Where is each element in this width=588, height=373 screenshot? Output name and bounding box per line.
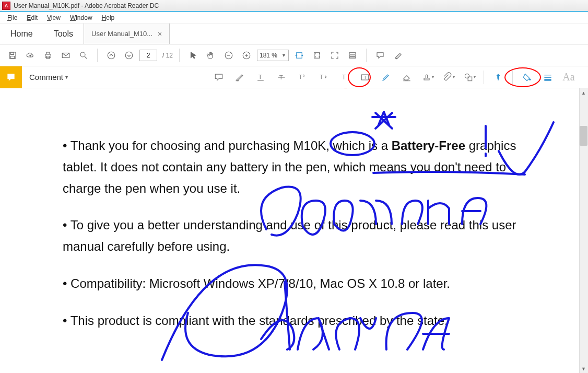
paragraph-4: • This product is compliant with the sta… — [63, 310, 525, 332]
text-format-icon[interactable]: Aa — [559, 69, 579, 85]
svg-rect-18 — [349, 52, 356, 54]
paragraph-1: • Thank you for choosing and purchasing … — [63, 135, 525, 199]
paragraph-2: • To give you a better understanding and… — [63, 215, 525, 258]
main-toolbar: / 12 181 % ▼ — [0, 44, 588, 66]
comment-dropdown[interactable]: Comment ▾ — [22, 73, 75, 81]
strikethrough-tool-icon[interactable]: T — [272, 69, 291, 85]
highlight-icon[interactable] — [391, 48, 405, 63]
svg-point-35 — [465, 74, 469, 78]
svg-text:T: T — [342, 74, 346, 81]
separator — [97, 49, 98, 62]
svg-point-9 — [108, 52, 115, 59]
read-mode-icon[interactable] — [345, 48, 360, 63]
tab-home[interactable]: Home — [0, 24, 43, 44]
page-total-label: / 12 — [162, 52, 173, 59]
svg-point-10 — [125, 52, 133, 59]
fill-color-icon[interactable] — [517, 69, 537, 85]
document-page: • Thank you for choosing and purchasing … — [0, 88, 588, 332]
eraser-icon[interactable] — [397, 69, 417, 85]
menu-view[interactable]: View — [43, 13, 65, 22]
email-icon[interactable] — [58, 48, 73, 63]
svg-rect-4 — [46, 52, 50, 54]
svg-line-8 — [85, 56, 87, 59]
svg-text:T: T — [299, 74, 302, 80]
comment-icon[interactable] — [373, 48, 387, 63]
insert-text-icon[interactable]: T — [313, 69, 333, 85]
cloud-icon[interactable] — [23, 48, 38, 63]
add-text-icon[interactable]: T — [334, 69, 354, 85]
scroll-down-icon[interactable]: ▼ — [580, 364, 587, 373]
pointer-icon[interactable] — [186, 48, 201, 63]
line-thickness-icon[interactable] — [538, 69, 558, 85]
svg-rect-3 — [45, 54, 51, 57]
app-icon: A — [2, 2, 10, 10]
pin-icon[interactable] — [488, 69, 508, 85]
page-up-icon[interactable] — [104, 48, 119, 63]
menu-bar: F/*noop*/ile Edit View Window Help — [0, 12, 588, 24]
vertical-scrollbar[interactable]: ▲ ▼ — [579, 88, 588, 373]
search-icon[interactable] — [76, 48, 91, 63]
close-tab-icon[interactable]: × — [158, 30, 162, 38]
tab-document-label: User Manual_M10... — [91, 30, 152, 38]
fit-width-icon[interactable] — [292, 48, 307, 63]
window-title-bar: A User Manual_M10K.pdf - Adobe Acrobat R… — [0, 0, 588, 12]
save-icon[interactable] — [5, 48, 20, 63]
tab-document[interactable]: User Manual_M10... × — [84, 24, 170, 44]
svg-rect-16 — [297, 52, 302, 58]
svg-rect-20 — [349, 57, 356, 58]
svg-point-7 — [80, 52, 85, 57]
hand-icon[interactable] — [204, 48, 218, 63]
menu-help[interactable]: Help — [98, 13, 119, 22]
separator — [512, 71, 513, 84]
paragraph-3: • Compatibility: Microsoft Windows XP/7/… — [63, 273, 525, 295]
tab-bar: Home Tools User Manual_M10... × — [0, 24, 588, 44]
replace-text-icon[interactable]: Tb — [292, 69, 312, 85]
svg-rect-34 — [424, 78, 429, 79]
svg-text:T: T — [364, 75, 367, 80]
separator — [179, 49, 180, 62]
scroll-up-icon[interactable]: ▲ — [580, 88, 587, 97]
svg-text:T: T — [320, 74, 323, 80]
chevron-down-icon: ▼ — [281, 53, 286, 58]
zoom-out-icon[interactable] — [221, 48, 236, 63]
svg-rect-2 — [10, 56, 15, 59]
fullscreen-icon[interactable] — [327, 48, 342, 63]
chevron-down-icon: ▾ — [65, 74, 68, 80]
underline-tool-icon[interactable]: T — [251, 69, 271, 85]
separator — [366, 49, 367, 62]
svg-point-37 — [529, 78, 531, 80]
svg-text:T: T — [258, 73, 262, 80]
comment-dropdown-label: Comment — [29, 73, 63, 81]
print-icon[interactable] — [41, 48, 55, 63]
pencil-draw-icon[interactable] — [376, 69, 396, 85]
svg-rect-1 — [10, 52, 14, 55]
comment-toolbar: Comment ▾ T T Tb T T T ▾ ▾ ▾ Aa 3 4 — [0, 66, 588, 88]
document-viewport[interactable]: • Thank you for choosing and purchasing … — [0, 88, 588, 373]
zoom-in-icon[interactable] — [239, 48, 254, 63]
highlight-tool-icon[interactable] — [230, 69, 250, 85]
zoom-level-select[interactable]: 181 % ▼ — [257, 50, 289, 61]
sticky-note-icon[interactable] — [209, 69, 229, 85]
shapes-icon[interactable]: ▾ — [460, 69, 479, 85]
menu-edit[interactable]: Edit — [22, 13, 42, 22]
attachment-icon[interactable]: ▾ — [439, 69, 458, 85]
menu-window[interactable]: Window — [66, 13, 97, 22]
comment-badge-icon[interactable] — [0, 66, 22, 88]
fit-page-icon[interactable] — [310, 48, 324, 63]
stamp-icon[interactable]: ▾ — [418, 69, 438, 85]
page-down-icon[interactable] — [122, 48, 136, 63]
scroll-thumb[interactable] — [580, 126, 587, 146]
comment-tools-group: T T Tb T T T ▾ ▾ ▾ Aa — [209, 69, 588, 85]
textbox-icon[interactable]: T — [355, 69, 375, 85]
menu-file[interactable]: F/*noop*/ile — [3, 13, 21, 22]
separator — [484, 71, 484, 84]
tab-tools[interactable]: Tools — [43, 24, 84, 44]
svg-rect-19 — [349, 55, 356, 56]
window-title: User Manual_M10K.pdf - Adobe Acrobat Rea… — [14, 2, 159, 9]
page-number-input[interactable] — [139, 50, 157, 61]
svg-text:b: b — [303, 74, 305, 77]
zoom-level-label: 181 % — [260, 52, 277, 59]
